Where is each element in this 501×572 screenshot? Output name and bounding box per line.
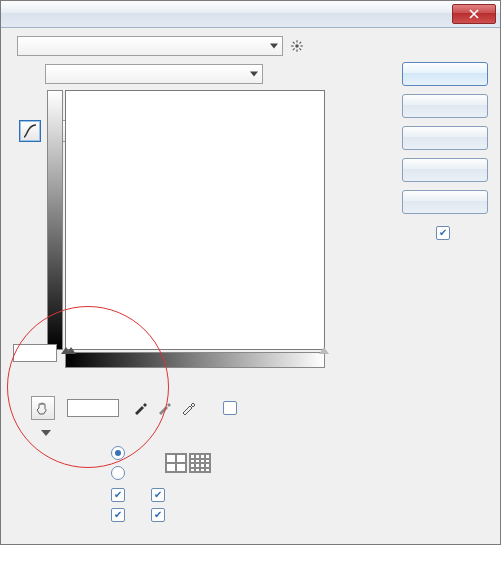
display-amount-row [41, 446, 381, 480]
curves-dialog [0, 0, 501, 545]
curve-point-tool[interactable] [19, 120, 41, 142]
auto-button[interactable] [402, 158, 488, 182]
hand-icon [35, 400, 51, 416]
options-body [41, 436, 381, 522]
eyedropper-group [131, 399, 197, 417]
radio-pigment[interactable] [111, 466, 125, 480]
input-marker[interactable] [66, 347, 76, 354]
curve-icon [23, 124, 37, 138]
preview-checkbox[interactable] [436, 226, 450, 240]
check-baseline[interactable] [151, 488, 165, 502]
svg-line-5 [293, 42, 295, 44]
svg-line-6 [299, 48, 301, 50]
output-field[interactable] [13, 344, 57, 362]
white-point-slider[interactable] [319, 347, 329, 354]
curve-display-options [41, 430, 381, 522]
input-gradient [65, 352, 325, 368]
black-eyedropper[interactable] [131, 399, 149, 417]
grid-size-group [165, 453, 211, 473]
show-clipping-checkbox[interactable] [223, 401, 237, 415]
preset-row [11, 36, 490, 56]
dialog-body [1, 28, 500, 544]
preview-row [402, 226, 488, 240]
cancel-button[interactable] [402, 94, 488, 118]
grid-4-button[interactable] [165, 453, 187, 473]
options-button[interactable] [402, 190, 488, 214]
radio-light[interactable] [111, 446, 125, 460]
io-fields [13, 344, 57, 362]
target-adjust-tool[interactable] [31, 396, 55, 420]
triangle-down-icon [41, 430, 51, 436]
preset-select[interactable] [17, 36, 283, 56]
titlebar[interactable] [1, 1, 500, 28]
preset-menu-button[interactable] [289, 38, 305, 54]
gear-icon [290, 39, 304, 53]
smooth-button[interactable] [402, 126, 488, 150]
below-graph-row [65, 396, 381, 420]
ok-button[interactable] [402, 62, 488, 86]
curves-graph[interactable] [65, 90, 325, 350]
display-show-row [41, 488, 381, 522]
svg-line-7 [293, 48, 295, 50]
channel-select[interactable] [45, 64, 263, 84]
eyedropper-icon [156, 400, 172, 416]
chevron-down-icon [250, 72, 258, 77]
input-field[interactable] [67, 399, 119, 417]
check-intersection[interactable] [151, 508, 165, 522]
curves-canvas-icon [66, 91, 324, 349]
eyedropper-icon [132, 400, 148, 416]
check-histogram[interactable] [111, 508, 125, 522]
right-button-column [402, 62, 488, 240]
output-gradient [47, 90, 63, 350]
gray-eyedropper[interactable] [155, 399, 173, 417]
curves-graph-wrap [65, 90, 355, 368]
chevron-down-icon [270, 44, 278, 49]
show-clipping-row [223, 401, 243, 415]
check-overlay[interactable] [111, 488, 125, 502]
channel-row [39, 64, 381, 84]
close-icon [469, 9, 479, 19]
svg-point-0 [295, 44, 299, 48]
grid-16-button[interactable] [189, 453, 211, 473]
svg-line-8 [299, 42, 301, 44]
work-area [11, 64, 381, 522]
close-button[interactable] [452, 4, 496, 24]
white-eyedropper[interactable] [179, 399, 197, 417]
eyedropper-icon [180, 400, 196, 416]
